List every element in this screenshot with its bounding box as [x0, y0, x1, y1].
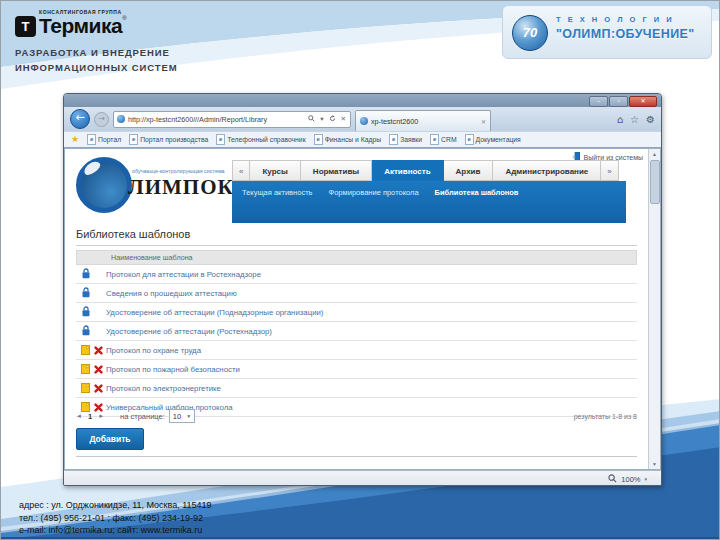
delete-icon[interactable]: [94, 379, 103, 397]
edit-icon[interactable]: [81, 341, 90, 359]
scroll-up-icon[interactable]: ▲: [649, 149, 660, 159]
table-row[interactable]: Протокол для аттестации в Ростехнадзоре: [76, 265, 637, 284]
subtab-biblioteka-shablonov[interactable]: Библиотека шаблонов: [435, 188, 519, 197]
maximize-button[interactable]: ▫: [609, 96, 628, 107]
olimp-logo-line2: "ОЛИМП:ОБУЧЕНИЕ": [556, 27, 695, 41]
refresh-icon[interactable]: [328, 115, 337, 123]
olimpoks-o-icon: [76, 157, 132, 213]
current-page[interactable]: 1: [88, 412, 92, 421]
tab-title: xp-testcnt2600: [371, 117, 478, 126]
template-link[interactable]: Протокол по пожарной безопасности: [106, 365, 240, 374]
olimp-logo-badge-icon: 70: [512, 15, 548, 51]
browser-navigation-bar: ← → http://xp-testcnt2600///Admin/Report…: [64, 107, 661, 131]
delete-icon[interactable]: [94, 360, 103, 378]
table-row[interactable]: Удостоверение об аттестации (Ростехнадзо…: [76, 322, 637, 341]
tab-favicon: [360, 117, 368, 125]
olimpoks-subtitle: обучающе-контролирующая система: [132, 168, 225, 174]
termika-tagline-line1: РАЗРАБОТКА И ВНЕДРЕНИЕ: [15, 46, 178, 61]
address-url[interactable]: http://xp-testcnt2600///Admin/Report/Lib…: [128, 115, 304, 124]
table-row[interactable]: Сведения о прошедших аттестацию: [76, 284, 637, 303]
templates-table: Наименование шаблона Протокол для аттест…: [76, 250, 637, 417]
page-icon: e: [314, 134, 323, 145]
site-favicon: [117, 115, 125, 123]
address-bar[interactable]: http://xp-testcnt2600///Admin/Report/Lib…: [113, 111, 351, 128]
browser-window: – ▫ ✕ ← → http://xp-testcnt2600///Admin/…: [63, 93, 662, 486]
browser-tab[interactable]: xp-testcnt2600 ✕: [355, 110, 491, 131]
olimpoks-logo: обучающе-контролирующая система ЛИМПОКС: [76, 154, 230, 220]
subtab-formirovanie-protokola[interactable]: Формирование протокола: [329, 188, 419, 197]
tab-aktivnost[interactable]: Активность: [372, 160, 443, 181]
favorite-link[interactable]: eДокументация: [465, 134, 521, 145]
template-link[interactable]: Протокол по охране труда: [106, 346, 201, 355]
table-row[interactable]: Протокол по электроэнергетике: [76, 379, 637, 398]
tab-administrirovanie[interactable]: Администрирование: [493, 160, 601, 181]
tabs-scroll-right[interactable]: »: [601, 160, 618, 181]
tabs-scroll-left[interactable]: «: [232, 160, 250, 181]
browser-status-bar: 100% ▾: [64, 470, 661, 486]
zoom-caret-icon[interactable]: ▾: [644, 476, 647, 482]
tab-close-icon[interactable]: ✕: [481, 118, 486, 125]
favorites-icon[interactable]: ☆: [630, 114, 639, 125]
favorite-link[interactable]: eЗаявки: [389, 134, 422, 145]
browser-titlebar[interactable]: – ▫ ✕: [64, 94, 661, 107]
termika-brand: Термика: [39, 14, 122, 37]
autocomplete-dropdown-icon[interactable]: ▾: [319, 115, 324, 123]
favorite-link[interactable]: eТелефонный справочник: [216, 134, 305, 145]
template-link[interactable]: Удостоверение об аттестации (Ростехнадзо…: [106, 327, 272, 336]
chevron-down-icon: ▼: [186, 413, 191, 419]
page-icon: e: [129, 134, 138, 145]
per-page-select[interactable]: 10 ▼: [169, 409, 195, 423]
olimp-logo-line1: Т Е Х Н О Л О Г И И: [556, 15, 695, 24]
contact-phone: тел.: (495) 956-21-01 ; факс: (495) 234-…: [19, 512, 212, 525]
subtab-tekushchaya-aktivnost[interactable]: Текущая активность: [242, 188, 313, 197]
zoom-level[interactable]: 100%: [621, 475, 640, 484]
page-viewport: Выйти из системы обучающе-контролирующая…: [64, 148, 661, 470]
template-link[interactable]: Удостоверение об аттестации (Поднадзорны…: [106, 308, 323, 317]
table-header[interactable]: Наименование шаблона: [76, 250, 637, 265]
next-page-icon[interactable]: ►: [98, 413, 104, 419]
pagination: ◄ 1 ► на странице: 10 ▼ результаты 1-8 и…: [76, 409, 637, 423]
edit-icon[interactable]: [81, 379, 90, 397]
template-link[interactable]: Протокол для аттестации в Ростехнадзоре: [106, 270, 261, 279]
page-icon: e: [389, 134, 398, 145]
page-icon: e: [465, 134, 474, 145]
per-page-label: на странице:: [120, 412, 165, 421]
page-icon: e: [216, 134, 225, 145]
vertical-scrollbar[interactable]: ▲ ▼: [648, 149, 660, 469]
page-icon: e: [87, 134, 96, 145]
scrollbar-thumb[interactable]: [650, 160, 660, 204]
lock-icon: [81, 322, 91, 340]
gear-icon[interactable]: ⚙: [646, 114, 655, 125]
termika-logo: T КОНСАЛТИНГОВАЯ ГРУППА Термика® РАЗРАБО…: [15, 9, 178, 75]
delete-icon[interactable]: [94, 341, 103, 359]
lock-icon: [81, 265, 91, 283]
table-row[interactable]: Протокол по охране труда: [76, 341, 637, 360]
tab-normativy[interactable]: Нормативы: [301, 160, 372, 181]
favorite-link[interactable]: eФинансы и Кадры: [314, 134, 381, 145]
forward-button[interactable]: →: [94, 112, 109, 127]
lock-icon: [81, 303, 91, 321]
stop-icon[interactable]: ✕: [340, 115, 347, 123]
template-link[interactable]: Протокол по электроэнергетике: [106, 384, 221, 393]
main-tabs: « Курсы Нормативы Активность Архив Админ…: [232, 160, 619, 181]
back-button[interactable]: ←: [70, 109, 90, 129]
search-icon[interactable]: [307, 115, 316, 123]
scroll-down-icon[interactable]: ▼: [649, 459, 660, 469]
close-button[interactable]: ✕: [629, 96, 657, 107]
home-icon[interactable]: ⌂: [617, 114, 623, 125]
favorite-link[interactable]: eПортал производства: [129, 134, 208, 145]
favorite-link[interactable]: eCRM: [430, 134, 456, 145]
tab-arhiv[interactable]: Архив: [444, 160, 494, 181]
favorites-star-icon[interactable]: ★: [71, 135, 79, 144]
minimize-button[interactable]: –: [589, 96, 608, 107]
edit-icon[interactable]: [81, 360, 90, 378]
table-row[interactable]: Протокол по пожарной безопасности: [76, 360, 637, 379]
add-button[interactable]: Добавить: [76, 428, 144, 450]
tab-kursy[interactable]: Курсы: [250, 160, 300, 181]
olimp-obuchenie-logo: 70 Т Е Х Н О Л О Г И И "ОЛИМП:ОБУЧЕНИЕ": [502, 5, 712, 59]
template-link[interactable]: Сведения о прошедших аттестацию: [106, 289, 237, 298]
table-row[interactable]: Удостоверение об аттестации (Поднадзорны…: [76, 303, 637, 322]
prev-page-icon[interactable]: ◄: [76, 413, 82, 419]
favorite-link[interactable]: eПортал: [87, 134, 121, 145]
favorites-bar: ★ eПортал eПортал производства eТелефонн…: [64, 131, 661, 148]
